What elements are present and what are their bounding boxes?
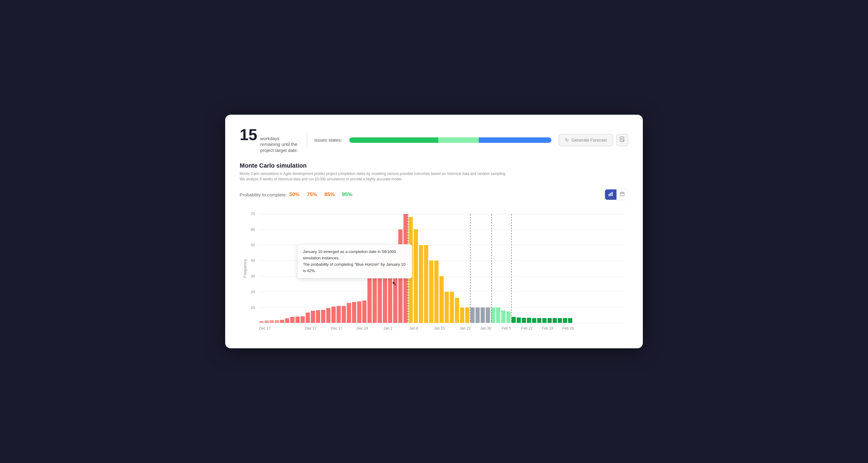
svg-text:Jan 8: Jan 8 xyxy=(409,326,418,331)
svg-rect-85 xyxy=(553,318,557,323)
svg-rect-41 xyxy=(326,308,331,323)
svg-rect-56 xyxy=(403,214,408,323)
svg-rect-63 xyxy=(439,276,444,323)
svg-rect-78 xyxy=(517,317,521,323)
svg-text:60: 60 xyxy=(251,227,255,232)
calendar-icon xyxy=(620,191,625,197)
svg-rect-28 xyxy=(259,321,264,323)
svg-text:30: 30 xyxy=(251,274,255,278)
prob-95: 95% xyxy=(342,191,352,197)
header-actions: ↻ Generate Forecast xyxy=(559,134,628,146)
svg-rect-36 xyxy=(301,316,305,323)
svg-rect-51 xyxy=(378,260,382,323)
svg-rect-70 xyxy=(475,307,480,323)
svg-rect-5 xyxy=(609,194,610,196)
prob-85: 85% xyxy=(324,191,335,197)
svg-text:Frequency: Frequency xyxy=(243,259,247,278)
chart-controls: Probability to complete: 50% 75% 85% 95% xyxy=(240,189,628,200)
svg-rect-64 xyxy=(444,292,449,323)
section-title: Monte Carlo simulation xyxy=(240,162,628,169)
progress-todo xyxy=(479,137,552,143)
svg-rect-43 xyxy=(337,306,341,323)
svg-rect-76 xyxy=(506,311,510,323)
generate-forecast-label: Generate Forecast xyxy=(571,138,607,143)
svg-rect-38 xyxy=(311,311,315,323)
header-row: 15 workdays remaining until the project … xyxy=(240,127,628,153)
svg-rect-80 xyxy=(527,318,531,323)
svg-rect-7 xyxy=(612,192,613,196)
svg-text:Jan 23: Jan 23 xyxy=(460,326,471,331)
histogram-chart: Frequency 10 20 30 40 50 xyxy=(240,205,628,332)
bar-chart-view-button[interactable] xyxy=(605,189,617,200)
svg-rect-81 xyxy=(532,318,536,323)
view-toggle xyxy=(605,189,628,200)
svg-rect-66 xyxy=(455,298,459,323)
svg-rect-37 xyxy=(306,313,310,323)
svg-text:70: 70 xyxy=(251,212,255,216)
svg-rect-53 xyxy=(388,245,392,323)
svg-rect-8 xyxy=(620,192,624,196)
svg-rect-47 xyxy=(357,301,361,323)
svg-rect-83 xyxy=(542,318,547,323)
svg-rect-67 xyxy=(460,307,464,323)
svg-rect-32 xyxy=(280,320,284,323)
svg-rect-40 xyxy=(321,310,326,323)
main-window: 15 workdays remaining until the project … xyxy=(225,115,643,349)
svg-text:10: 10 xyxy=(251,306,255,310)
workdays-block: 15 workdays remaining until the project … xyxy=(240,127,300,153)
svg-rect-74 xyxy=(496,307,500,323)
svg-rect-34 xyxy=(290,317,294,323)
svg-rect-69 xyxy=(470,307,474,323)
calendar-view-button[interactable] xyxy=(617,189,628,200)
svg-rect-31 xyxy=(275,320,279,323)
svg-rect-68 xyxy=(465,307,469,323)
svg-rect-39 xyxy=(316,310,320,323)
svg-rect-82 xyxy=(537,318,541,323)
svg-rect-50 xyxy=(373,260,377,323)
svg-rect-48 xyxy=(362,301,367,323)
chart-svg-wrapper: Frequency 10 20 30 40 50 xyxy=(240,205,628,333)
workdays-number: 15 xyxy=(240,127,257,143)
svg-rect-79 xyxy=(522,318,526,323)
svg-rect-57 xyxy=(409,217,413,323)
svg-rect-60 xyxy=(424,245,428,323)
svg-text:Jan 15: Jan 15 xyxy=(434,326,445,331)
svg-text:Jan 30: Jan 30 xyxy=(480,326,491,331)
chart-area: Frequency 10 20 30 40 50 xyxy=(240,205,628,333)
svg-rect-61 xyxy=(429,260,433,323)
svg-text:Dec 17: Dec 17 xyxy=(331,326,342,331)
svg-rect-42 xyxy=(332,307,336,323)
svg-text:Jan 1: Jan 1 xyxy=(383,326,393,331)
export-icon xyxy=(619,136,625,144)
refresh-icon: ↻ xyxy=(565,137,569,143)
svg-text:Feb 12: Feb 12 xyxy=(521,326,533,331)
svg-text:Feb 5: Feb 5 xyxy=(502,326,511,331)
svg-rect-71 xyxy=(480,307,485,323)
vertical-divider xyxy=(307,132,307,148)
svg-text:50: 50 xyxy=(251,243,255,247)
issues-progress-bar xyxy=(349,137,552,143)
svg-rect-88 xyxy=(568,318,572,323)
workdays-text: workdays remaining until the project tar… xyxy=(260,135,300,153)
monte-carlo-section: Monte Carlo simulation Monte Carlo simul… xyxy=(240,162,628,333)
bar-chart-icon xyxy=(608,191,613,197)
svg-text:Feb 26: Feb 26 xyxy=(562,326,574,331)
probability-labels: Probability to complete: 50% 75% 85% 95% xyxy=(240,191,360,197)
svg-rect-86 xyxy=(558,318,562,323)
svg-rect-44 xyxy=(342,306,346,323)
svg-rect-6 xyxy=(610,193,611,196)
svg-rect-29 xyxy=(265,320,269,323)
svg-rect-45 xyxy=(347,303,351,323)
svg-rect-65 xyxy=(450,292,454,323)
svg-text:20: 20 xyxy=(251,290,255,294)
export-button[interactable] xyxy=(616,134,628,146)
svg-rect-55 xyxy=(398,229,403,323)
svg-text:Feb 19: Feb 19 xyxy=(542,326,553,331)
svg-rect-58 xyxy=(414,229,418,323)
progress-done xyxy=(349,137,438,143)
generate-forecast-button[interactable]: ↻ Generate Forecast xyxy=(559,134,613,146)
svg-rect-52 xyxy=(383,260,387,323)
svg-rect-59 xyxy=(419,245,423,323)
svg-text:Dec 17: Dec 17 xyxy=(259,326,271,331)
prob-prefix: Probability to complete: xyxy=(240,192,287,197)
